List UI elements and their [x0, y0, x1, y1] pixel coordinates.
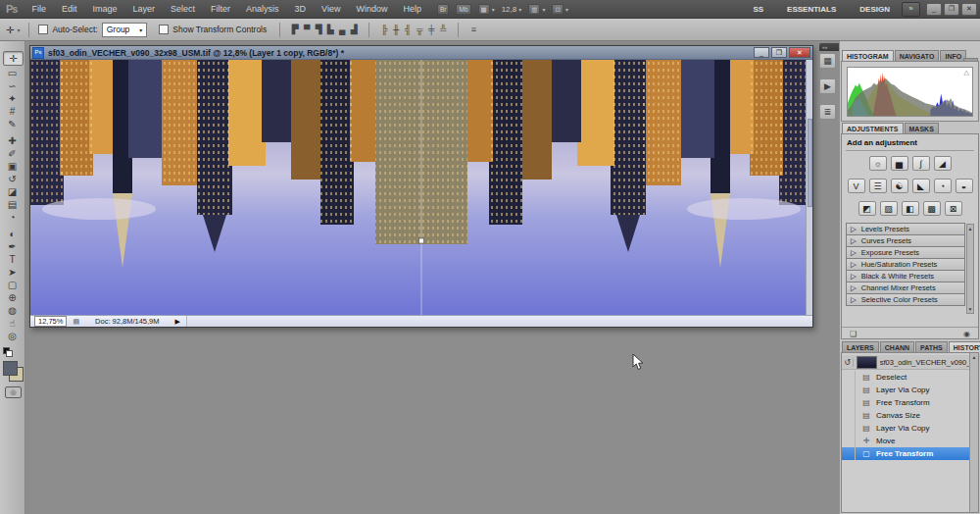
selective-color-icon[interactable]: ⊠	[945, 201, 962, 216]
3d-rotate-tool[interactable]: ⊕	[3, 291, 22, 304]
cached-data-warning-icon[interactable]: △	[964, 69, 969, 77]
launch-mini-bridge-icon[interactable]: Mb	[456, 4, 470, 15]
hue-saturation-icon[interactable]: ☰	[869, 179, 887, 193]
close-button[interactable]: ✕	[961, 3, 977, 16]
default-colors-icon[interactable]	[3, 347, 12, 356]
align-horizontal-centers-icon[interactable]: ▄	[336, 23, 348, 36]
auto-select-checkbox[interactable]	[38, 25, 48, 34]
menu-select[interactable]: Select	[163, 0, 203, 18]
rectangular-marquee-tool[interactable]: ▭	[3, 67, 22, 79]
menu-analysis[interactable]: Analysis	[238, 0, 287, 18]
auto-select-dropdown[interactable]: Group▾	[102, 23, 148, 37]
history-item-deselect[interactable]: ▤ Deselect	[842, 371, 969, 384]
quick-selection-tool[interactable]: ✦	[3, 92, 22, 105]
history-brush-column[interactable]	[842, 447, 856, 460]
distribute-right-edges-icon[interactable]: ╩	[437, 23, 449, 36]
exposure-icon[interactable]: ◢	[934, 156, 952, 171]
arrange-documents-button[interactable]: ▥▾	[528, 4, 545, 15]
distribute-bottom-edges-icon[interactable]: ╣	[402, 23, 414, 36]
history-scrollbar[interactable]: ▲	[969, 353, 978, 512]
document-restore-button[interactable]: ❐	[771, 47, 787, 58]
zoom-level-control[interactable]: 12,8▾	[502, 5, 522, 14]
posterize-icon[interactable]: ▨	[880, 201, 898, 216]
type-tool[interactable]: T	[3, 253, 22, 266]
workspace-ss[interactable]: SS	[741, 5, 775, 14]
collapsed-panel-swatches-icon[interactable]: ▦	[819, 53, 836, 69]
history-brush-column[interactable]	[842, 371, 856, 384]
clone-stamp-tool[interactable]: ▣	[3, 160, 22, 173]
history-item-free-transform[interactable]: ▤ Free Transform	[842, 396, 969, 409]
pen-tool[interactable]: ✒	[3, 240, 22, 253]
menu-image[interactable]: Image	[85, 0, 125, 18]
status-zoom-field[interactable]: 12,75%	[34, 316, 67, 327]
selective-color-presets-item[interactable]: ▷Selective Color Presets	[846, 293, 965, 306]
history-item-layer-via-copy-2[interactable]: ▤ Layer Via Copy	[842, 422, 969, 435]
3d-orbit-tool[interactable]: ◍	[3, 304, 22, 317]
threshold-icon[interactable]: ◧	[902, 201, 919, 216]
crop-tool[interactable]: #	[3, 105, 22, 118]
collapsed-panel-styles-icon[interactable]: ≣	[819, 104, 836, 120]
menu-view[interactable]: View	[314, 0, 348, 18]
history-brush-column[interactable]	[842, 409, 856, 422]
channel-mixer-icon[interactable]: ◒	[956, 179, 973, 193]
curves-icon[interactable]: ∫	[912, 156, 930, 171]
photo-filter-icon[interactable]: ◔	[934, 179, 952, 193]
brightness-contrast-icon[interactable]: ☼	[869, 156, 887, 171]
history-item-canvas-size[interactable]: ▤ Canvas Size	[842, 409, 969, 422]
history-brush-column[interactable]	[842, 435, 856, 447]
scroll-down-icon[interactable]: ▼	[967, 306, 973, 312]
move-tool[interactable]: ✛	[3, 51, 24, 66]
document-title-bar[interactable]: Ps sf03_odin_VECHER_v090_32x98_USM.tif @…	[30, 46, 812, 60]
document-minimize-button[interactable]: _	[754, 47, 769, 58]
auto-align-layers-icon[interactable]: ≡	[467, 23, 479, 36]
gradient-tool[interactable]: ▤	[3, 198, 22, 211]
history-brush-source-icon[interactable]: ↺	[842, 358, 854, 367]
restore-button[interactable]: ❐	[944, 3, 959, 16]
levels-icon[interactable]: ▅	[891, 156, 908, 171]
rectangle-tool[interactable]: ▢	[3, 279, 22, 291]
expanded-view-icon[interactable]: ❏	[850, 330, 857, 338]
foreground-color-swatch[interactable]	[3, 361, 18, 376]
menu-file[interactable]: File	[24, 0, 54, 18]
vibrance-icon[interactable]: V	[848, 179, 865, 193]
path-selection-tool[interactable]: ➤	[3, 266, 22, 279]
lasso-tool[interactable]: ∽	[3, 79, 22, 92]
history-item-layer-via-copy[interactable]: ▤ Layer Via Copy	[842, 384, 969, 396]
scroll-up-icon[interactable]: ▲	[970, 354, 978, 360]
hand-tool[interactable]: ☝	[3, 317, 22, 330]
color-balance-icon[interactable]: ☯	[891, 179, 908, 193]
current-tool-indicator[interactable]: ✛▾	[6, 25, 20, 35]
align-right-edges-icon[interactable]: ▟	[348, 23, 360, 36]
canvas-vertical-scrollbar[interactable]	[806, 60, 812, 315]
collapsed-panel-actions-icon[interactable]: ▶	[819, 78, 836, 94]
show-transform-checkbox[interactable]	[159, 25, 169, 34]
align-left-edges-icon[interactable]: ▙	[324, 23, 336, 36]
toggle-visibility-icon[interactable]: ◉	[963, 330, 970, 338]
align-top-edges-icon[interactable]: ▛	[289, 23, 301, 36]
history-snapshot-row[interactable]: ↺ sf03_odin_VECHER_v090_32...	[842, 355, 969, 370]
black-white-icon[interactable]: ◣	[912, 179, 930, 193]
quick-mask-mode-icon[interactable]: ◎	[5, 386, 22, 398]
eyedropper-tool[interactable]: ✎	[3, 118, 22, 130]
status-flyout-arrow-icon[interactable]: ▶	[175, 318, 180, 326]
zoom-tool[interactable]: ◎	[3, 330, 22, 342]
history-brush-tool[interactable]: ↺	[3, 173, 22, 185]
history-brush-column[interactable]	[842, 384, 856, 396]
minimize-button[interactable]: _	[926, 3, 942, 16]
spot-healing-brush-tool[interactable]: ✚	[3, 134, 22, 147]
screen-mode-button[interactable]: ⊡▾	[552, 4, 567, 15]
distribute-left-edges-icon[interactable]: ╦	[414, 23, 425, 36]
distribute-vertical-centers-icon[interactable]: ╫	[390, 23, 402, 36]
menu-window[interactable]: Window	[348, 0, 395, 18]
invert-icon[interactable]: ◩	[858, 201, 876, 216]
launch-bridge-icon[interactable]: Br	[437, 4, 450, 15]
history-item-free-transform-selected[interactable]: ▢ Free Transform	[842, 447, 969, 460]
menu-help[interactable]: Help	[395, 0, 429, 18]
menu-layer[interactable]: Layer	[125, 0, 164, 18]
distribute-top-edges-icon[interactable]: ╠	[378, 23, 390, 36]
align-vertical-centers-icon[interactable]: ▀	[301, 23, 313, 36]
menu-edit[interactable]: Edit	[54, 0, 85, 18]
blur-tool[interactable]: ◔	[3, 211, 22, 224]
history-item-move[interactable]: ✛ Move	[842, 435, 969, 447]
scrollbar-thumb[interactable]	[808, 119, 812, 207]
